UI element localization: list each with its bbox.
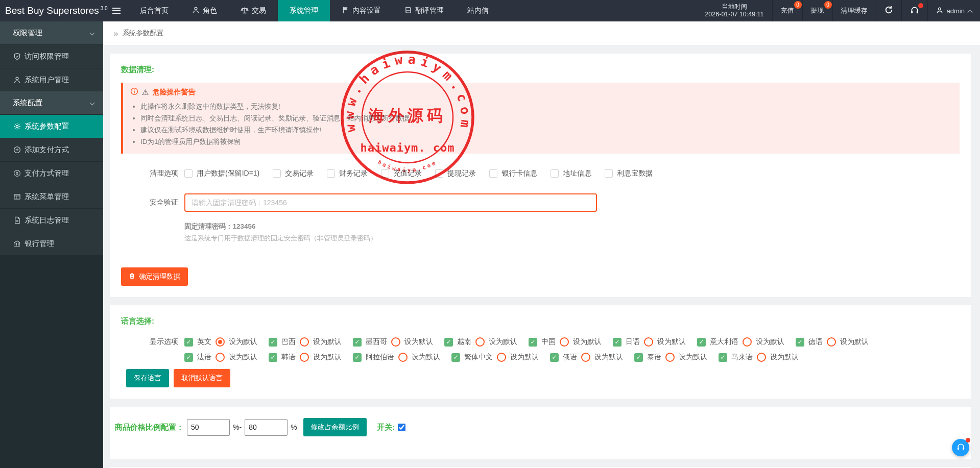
yen-circle-icon [13, 169, 21, 177]
checkbox[interactable] [273, 169, 281, 178]
default-radio-selected[interactable] [216, 337, 225, 347]
checkbox[interactable] [605, 169, 613, 178]
clean-option-label: 利息宝数据 [617, 169, 653, 178]
language-checkbox[interactable] [353, 338, 362, 347]
sidebar-section-permission[interactable]: 权限管理 [0, 21, 103, 44]
clean-option-withdraw[interactable]: 提现记录 [435, 169, 476, 178]
clean-option-bankcard[interactable]: 银行卡信息 [489, 169, 537, 178]
headset-icon [957, 442, 965, 453]
price-ratio-title: 商品价格比例配置： [115, 423, 184, 432]
nav-item-system[interactable]: 系统管理 [278, 0, 330, 21]
hamburger-menu-icon[interactable] [105, 0, 128, 21]
sidebar-item-log-manage[interactable]: 系统日志管理 [0, 209, 103, 232]
support-button[interactable] [901, 0, 927, 21]
language-checkbox[interactable] [529, 338, 537, 347]
language-checkbox[interactable] [451, 353, 460, 362]
default-radio[interactable] [398, 353, 408, 362]
price-ratio-switch[interactable] [398, 424, 405, 431]
language-checkbox[interactable] [613, 338, 622, 347]
default-radio[interactable] [497, 353, 506, 362]
sidebar-item-access-permission[interactable]: 访问权限管理 [0, 45, 103, 68]
nav-item-translate[interactable]: 翻译管理 [393, 0, 456, 21]
checkbox[interactable] [381, 169, 389, 178]
person-icon [936, 7, 943, 15]
language-checkbox[interactable] [719, 353, 727, 362]
checkbox[interactable] [435, 169, 443, 178]
clean-option-trade[interactable]: 交易记录 [273, 169, 314, 178]
default-radio[interactable] [300, 337, 309, 347]
language-checkbox[interactable] [353, 353, 362, 362]
fixed-password-label: 固定清理密码： [184, 223, 233, 230]
security-row: 安全验证 [121, 193, 960, 212]
clean-option-interest[interactable]: 利息宝数据 [605, 169, 653, 178]
language-label: 俄语 [563, 353, 577, 362]
nav-item-trade[interactable]: 交易 [229, 0, 278, 21]
warning-item: ID为1的管理员用户数据将被保留 [140, 136, 950, 147]
sidebar-item-payment-manage[interactable]: 支付方式管理 [0, 162, 103, 185]
sidebar-section-system-config[interactable]: 系统配置 [0, 91, 103, 114]
default-radio[interactable] [827, 337, 836, 347]
save-language-label: 保存语言 [134, 374, 161, 383]
sidebar-item-system-params[interactable]: 系统参数配置 [0, 115, 103, 138]
default-radio[interactable] [743, 337, 752, 347]
checkbox[interactable] [184, 169, 193, 178]
default-radio[interactable] [581, 353, 590, 362]
save-language-button[interactable]: 保存语言 [126, 369, 169, 387]
flag-icon [342, 6, 349, 15]
default-radio[interactable] [560, 337, 569, 347]
language-checkbox[interactable] [269, 338, 277, 347]
modify-ratio-button[interactable]: 修改占余额比例 [303, 418, 367, 436]
language-checkbox[interactable] [184, 338, 193, 347]
language-option-italian: 意大利语设为默认 [697, 337, 784, 347]
sidebar-item-label: 银行管理 [25, 239, 54, 249]
sidebar-item-menu-manage[interactable]: 系统菜单管理 [0, 185, 103, 208]
language-option-malay: 马来语设为默认 [719, 353, 799, 362]
checkbox[interactable] [489, 169, 497, 178]
withdraw-button[interactable]: 提现 0 [802, 0, 832, 21]
cancel-default-language-button[interactable]: 取消默认语言 [174, 369, 230, 387]
price-ratio-max-input[interactable] [245, 419, 288, 436]
nav-item-home[interactable]: 后台首页 [128, 0, 180, 21]
local-time: 当地时间 2026-01-07 10:49:11 [697, 0, 772, 21]
admin-menu[interactable]: admin [927, 0, 980, 21]
clean-option-address[interactable]: 地址信息 [551, 169, 591, 178]
warning-triangle-icon: ⚠ [142, 88, 149, 97]
default-radio[interactable] [644, 337, 653, 347]
sidebar-item-add-payment[interactable]: 添加支付方式 [0, 138, 103, 161]
clear-cache-button[interactable]: 清理缓存 [832, 0, 876, 21]
confirm-clean-button[interactable]: 确定清理数据 [121, 267, 188, 286]
language-checkbox[interactable] [444, 338, 453, 347]
default-radio[interactable] [757, 353, 766, 362]
window-icon [13, 193, 21, 201]
nav-item-content[interactable]: 内容设置 [330, 0, 393, 21]
refresh-button[interactable] [876, 0, 901, 21]
default-radio[interactable] [216, 353, 225, 362]
nav-item-roles[interactable]: 角色 [180, 0, 229, 21]
clean-option-recharge[interactable]: 充值记录 [381, 169, 422, 178]
sidebar-item-system-users[interactable]: 系统用户管理 [0, 68, 103, 91]
checkbox[interactable] [327, 169, 335, 178]
default-radio[interactable] [391, 337, 400, 347]
recharge-button[interactable]: 充值 0 [772, 0, 802, 21]
clean-option-finance[interactable]: 财务记录 [327, 169, 368, 178]
floating-support-button[interactable] [952, 439, 969, 456]
language-checkbox[interactable] [269, 353, 277, 362]
clean-password-input[interactable] [184, 193, 597, 212]
nav-item-messages[interactable]: 站内信 [456, 0, 500, 21]
checkbox[interactable] [551, 169, 559, 178]
language-checkbox[interactable] [634, 353, 643, 362]
default-radio[interactable] [300, 353, 309, 362]
confirm-clean-label: 确定清理数据 [139, 272, 180, 281]
language-row-1: 显示选项 英文设为默认 巴西设为默认 墨西哥设为默认 越南设为默认 中国设为默认… [121, 337, 960, 347]
language-checkbox[interactable] [184, 353, 193, 362]
language-option-arabic: 阿拉伯语设为默认 [353, 353, 440, 362]
sidebar-item-bank-manage[interactable]: 银行管理 [0, 232, 103, 255]
language-checkbox[interactable] [550, 353, 559, 362]
language-checkbox[interactable] [796, 338, 804, 347]
default-radio[interactable] [665, 353, 675, 362]
clean-option-user-data[interactable]: 用户数据(保留ID=1) [184, 169, 259, 178]
warning-item: 此操作将永久删除选中的数据类型，无法恢复! [140, 101, 950, 112]
language-checkbox[interactable] [697, 338, 706, 347]
price-ratio-min-input[interactable] [187, 419, 230, 436]
default-radio[interactable] [475, 337, 485, 347]
